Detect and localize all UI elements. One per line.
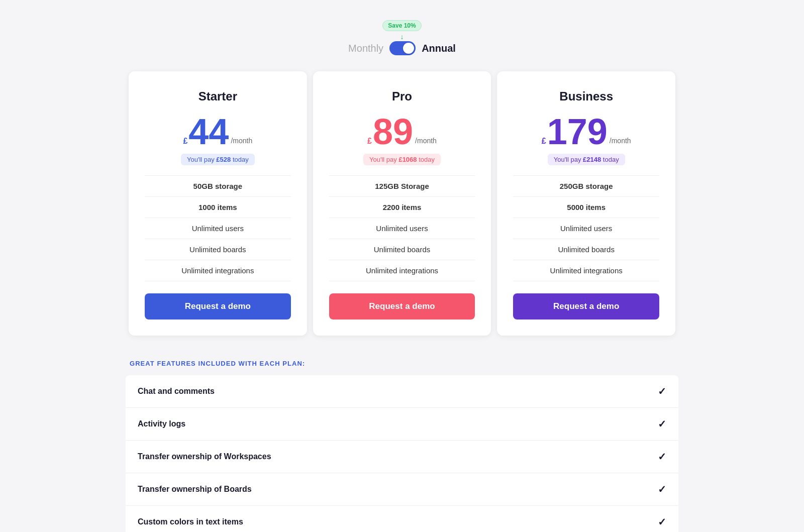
pay-badge-starter: You'll pay £528 today bbox=[181, 154, 255, 165]
included-feature-label: Custom colors in text items bbox=[138, 517, 243, 526]
included-feature-item: Transfer ownership of Workspaces ✓ bbox=[126, 441, 678, 473]
plans-row: Starter £ 44 /month You'll pay £528 toda… bbox=[126, 71, 678, 336]
demo-button-business[interactable]: Request a demo bbox=[513, 293, 659, 320]
save-arrow: ↓ bbox=[400, 33, 404, 40]
included-feature-item: Transfer ownership of Boards ✓ bbox=[126, 473, 678, 506]
plan-name-pro: Pro bbox=[392, 89, 412, 103]
price-per-business: /month bbox=[610, 137, 631, 145]
feature-row: Unlimited integrations bbox=[513, 260, 659, 281]
feature-row: Unlimited users bbox=[513, 218, 659, 239]
price-amount-business: 179 bbox=[547, 114, 608, 150]
included-feature-item: Custom colors in text items ✓ bbox=[126, 506, 678, 532]
feature-row: Unlimited integrations bbox=[329, 260, 475, 281]
price-currency-business: £ bbox=[542, 137, 546, 146]
included-feature-item: Activity logs ✓ bbox=[126, 408, 678, 441]
feature-row: Unlimited boards bbox=[145, 239, 291, 260]
price-currency-starter: £ bbox=[183, 137, 187, 146]
feature-row: Unlimited users bbox=[145, 218, 291, 239]
price-amount-pro: 89 bbox=[373, 114, 413, 150]
pay-badge-business: You'll pay £2148 today bbox=[548, 154, 625, 165]
monthly-label: Monthly bbox=[348, 43, 383, 54]
annual-label: Annual bbox=[422, 43, 456, 54]
included-feature-label: Activity logs bbox=[138, 419, 185, 429]
demo-button-starter[interactable]: Request a demo bbox=[145, 293, 291, 320]
included-feature-label: Transfer ownership of Boards bbox=[138, 485, 252, 494]
feature-row: Unlimited users bbox=[329, 218, 475, 239]
plan-name-starter: Starter bbox=[198, 89, 237, 103]
toggle-track bbox=[389, 41, 416, 55]
plan-name-business: Business bbox=[559, 89, 613, 103]
plan-features-business: 250GB storage5000 itemsUnlimited usersUn… bbox=[513, 175, 659, 281]
included-feature-label: Chat and comments bbox=[138, 387, 215, 396]
toggle-row: Monthly Annual bbox=[348, 41, 456, 55]
features-section: GREAT FEATURES INCLUDED WITH EACH PLAN: … bbox=[126, 360, 678, 532]
price-per-starter: /month bbox=[231, 137, 252, 145]
plan-card-starter: Starter £ 44 /month You'll pay £528 toda… bbox=[129, 71, 307, 336]
billing-toggle[interactable] bbox=[389, 41, 416, 55]
feature-row: Unlimited boards bbox=[513, 239, 659, 260]
feature-row: 1000 items bbox=[145, 197, 291, 218]
feature-row: 5000 items bbox=[513, 197, 659, 218]
price-row-pro: £ 89 /month bbox=[367, 114, 437, 150]
price-currency-pro: £ bbox=[367, 137, 372, 146]
checkmark-icon: ✓ bbox=[658, 451, 666, 463]
demo-button-pro[interactable]: Request a demo bbox=[329, 293, 475, 320]
checkmark-icon: ✓ bbox=[658, 385, 666, 397]
price-per-pro: /month bbox=[415, 137, 437, 145]
plan-features-pro: 125GB Storage2200 itemsUnlimited usersUn… bbox=[329, 175, 475, 281]
pay-badge-pro: You'll pay £1068 today bbox=[363, 154, 441, 165]
feature-row: 125GB Storage bbox=[329, 176, 475, 197]
feature-row: 250GB storage bbox=[513, 176, 659, 197]
feature-row: 2200 items bbox=[329, 197, 475, 218]
billing-toggle-section: Save 10% ↓ Monthly Annual bbox=[348, 20, 456, 55]
feature-row: Unlimited integrations bbox=[145, 260, 291, 281]
plan-card-business: Business £ 179 /month You'll pay £2148 t… bbox=[497, 71, 675, 336]
feature-list: Chat and comments ✓ Activity logs ✓ Tran… bbox=[126, 375, 678, 532]
included-feature-label: Transfer ownership of Workspaces bbox=[138, 452, 271, 461]
save-badge: Save 10% bbox=[382, 20, 421, 31]
price-row-business: £ 179 /month bbox=[542, 114, 631, 150]
price-row-starter: £ 44 /month bbox=[183, 114, 252, 150]
checkmark-icon: ✓ bbox=[658, 516, 666, 528]
feature-row: Unlimited boards bbox=[329, 239, 475, 260]
included-feature-item: Chat and comments ✓ bbox=[126, 375, 678, 408]
checkmark-icon: ✓ bbox=[658, 483, 666, 495]
checkmark-icon: ✓ bbox=[658, 418, 666, 430]
feature-row: 50GB storage bbox=[145, 176, 291, 197]
features-title: GREAT FEATURES INCLUDED WITH EACH PLAN: bbox=[126, 360, 678, 367]
price-amount-starter: 44 bbox=[188, 114, 229, 150]
toggle-thumb bbox=[403, 43, 414, 54]
plan-card-pro: Pro £ 89 /month You'll pay £1068 today 1… bbox=[313, 71, 491, 336]
plan-features-starter: 50GB storage1000 itemsUnlimited usersUnl… bbox=[145, 175, 291, 281]
